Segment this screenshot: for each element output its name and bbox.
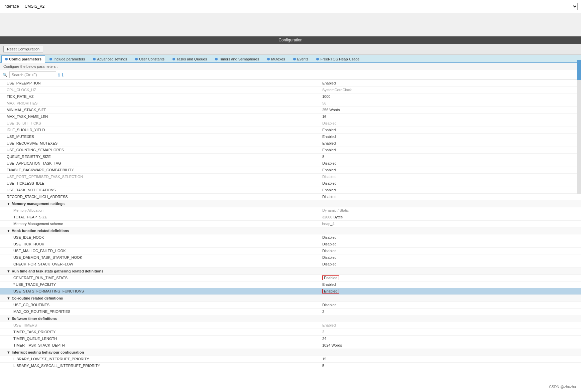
param-value-cell: 32000 Bytes xyxy=(320,214,581,220)
config-header: Configuration xyxy=(0,36,581,44)
table-row[interactable]: Memory Management schemeheap_4 xyxy=(0,220,581,227)
param-value-cell: Disabled xyxy=(320,180,581,187)
param-value-cell: 2 xyxy=(320,329,581,335)
table-row[interactable]: LIBRARY_MAX_SYSCALL_INTERRUPT_PRIORITY5 xyxy=(0,362,581,369)
tab-freertos-heap[interactable]: FreeRTOS Heap Usage xyxy=(313,55,363,62)
table-row[interactable]: USE_MUTEXESEnabled xyxy=(0,133,581,140)
table-row[interactable]: TICK_RATE_HZ1000 xyxy=(0,93,581,100)
search-input[interactable] xyxy=(9,71,56,78)
param-value-cell: Disabled xyxy=(320,173,581,180)
table-row[interactable]: LIBRARY_LOWEST_INTERRUPT_PRIORITY15 xyxy=(0,356,581,362)
param-value-cell: Enabled xyxy=(320,80,581,86)
tab-include-parameters[interactable]: Include parameters xyxy=(46,55,89,62)
param-value-cell: 2 xyxy=(320,308,581,315)
param-value-cell: Disabled xyxy=(320,247,581,254)
table-row[interactable]: * USE_TRACE_FACILITYEnabled xyxy=(0,281,581,288)
table-row[interactable]: USE_CO_ROUTINESDisabled xyxy=(0,302,581,308)
tab-mutexes[interactable]: Mutexes xyxy=(263,55,289,62)
param-name-cell: USE_TIMERS xyxy=(0,322,320,329)
table-row[interactable]: USE_IDLE_HOOKDisabled xyxy=(0,234,581,241)
search-bar: 🔍 ℹ ℹ ℹ xyxy=(0,70,581,80)
table-row[interactable]: IDLE_SHOULD_YIELDEnabled xyxy=(0,127,581,133)
table-row[interactable]: ▼Software timer definitions xyxy=(0,315,581,322)
param-value-cell: SystemCoreClock xyxy=(320,86,581,93)
table-row[interactable]: MAX_CO_ROUTINE_PRIORITIES2 xyxy=(0,308,581,315)
param-value-cell: heap_4 xyxy=(320,220,581,227)
tab-dot xyxy=(49,58,52,60)
tab-config-parameters[interactable]: Config parameters xyxy=(1,55,45,63)
table-row[interactable]: Memory AllocationDynamic / Static xyxy=(0,207,581,214)
info-icon-1[interactable]: ℹ xyxy=(58,72,60,77)
table-row[interactable]: TIMER_QUEUE_LENGTH24 xyxy=(0,335,581,342)
table-row[interactable]: USE_PREEMPTIONEnabled xyxy=(0,80,581,86)
tab-dot xyxy=(93,58,96,60)
param-name-cell: USE_TICK_HOOK xyxy=(0,241,320,247)
table-row[interactable]: USE_RECURSIVE_MUTEXESEnabled xyxy=(0,140,581,147)
param-name-cell: LIBRARY_MAX_SYSCALL_INTERRUPT_PRIORITY xyxy=(0,362,320,369)
table-row[interactable]: USE_TASK_NOTIFICATIONSEnabled xyxy=(0,187,581,193)
reset-config-button[interactable]: Reset Configuration xyxy=(3,46,43,52)
table-row[interactable]: TIMER_TASK_PRIORITY2 xyxy=(0,329,581,335)
scrollbar-thumb[interactable] xyxy=(577,60,581,80)
tab-events[interactable]: Events xyxy=(289,55,312,62)
scrollbar[interactable] xyxy=(577,60,581,194)
table-row[interactable]: USE_STATS_FORMATTING_FUNCTIONSEnabled xyxy=(0,288,581,295)
table-row[interactable]: USE_TICKLESS_IDLEDisabled xyxy=(0,180,581,187)
table-row[interactable]: CPU_CLOCK_HZSystemCoreClock xyxy=(0,86,581,93)
param-name-cell: USE_COUNTING_SEMAPHORES xyxy=(0,147,320,153)
table-row[interactable]: USE_16_BIT_TICKSDisabled xyxy=(0,120,581,127)
param-name-cell: USE_MALLOC_FAILED_HOOK xyxy=(0,247,320,254)
param-value-cell: Enabled xyxy=(320,167,581,173)
top-bar: Interface CMSIS_V2 CMSIS_V1 xyxy=(0,0,581,13)
table-row[interactable]: ▼Co-routine related definitions xyxy=(0,295,581,302)
table-row[interactable]: TOTAL_HEAP_SIZE32000 Bytes xyxy=(0,214,581,220)
param-value-cell: Enabled xyxy=(320,288,581,295)
table-row[interactable]: USE_PORT_OPTIMISED_TASK_SELECTIONDisable… xyxy=(0,173,581,180)
tab-timers-and-semaphores[interactable]: Timers and Semaphores xyxy=(211,55,263,62)
param-value-cell: 1000 xyxy=(320,93,581,100)
param-value-cell: Dynamic / Static xyxy=(320,207,581,214)
param-value-cell: Disabled xyxy=(320,193,581,200)
table-row[interactable]: ▼Memory management settings xyxy=(0,200,581,207)
param-value-cell: 5 xyxy=(320,362,581,369)
table-row[interactable]: USE_MALLOC_FAILED_HOOKDisabled xyxy=(0,247,581,254)
table-row[interactable]: ▼Interrupt nesting behaviour configurati… xyxy=(0,349,581,356)
value-box: Enabled xyxy=(322,289,339,293)
table-row[interactable]: ▼Hook function related definitions xyxy=(0,227,581,234)
param-value-cell: Enabled xyxy=(320,140,581,147)
table-row[interactable]: QUEUE_REGISTRY_SIZE8 xyxy=(0,153,581,160)
table-row[interactable]: ENABLE_BACKWARD_COMPATIBILITYEnabled xyxy=(0,167,581,173)
tab-user-constants[interactable]: User Constants xyxy=(131,55,168,62)
table-row[interactable]: USE_DAEMON_TASK_STARTUP_HOOKDisabled xyxy=(0,254,581,261)
table-row[interactable]: RECORD_STACK_HIGH_ADDRESSDisabled xyxy=(0,193,581,200)
param-value-cell: Enabled xyxy=(320,147,581,153)
param-value-cell: 256 Words xyxy=(320,107,581,113)
param-value-cell: Disabled xyxy=(320,241,581,247)
table-row[interactable]: ▼Run time and task stats gathering relat… xyxy=(0,267,581,274)
table-row[interactable]: CHECK_FOR_STACK_OVERFLOWDisabled xyxy=(0,261,581,267)
info-icon-2[interactable]: ℹ xyxy=(62,72,64,77)
table-row[interactable]: MINIMAL_STACK_SIZE256 Words xyxy=(0,107,581,113)
tab-tasks-and-queues[interactable]: Tasks and Queues xyxy=(169,55,211,62)
table-row[interactable]: MAX_PRIORITIES56 xyxy=(0,100,581,107)
section-header-cell: ▼Hook function related definitions xyxy=(0,227,581,234)
table-row[interactable]: USE_TIMERSEnabled xyxy=(0,322,581,329)
param-name-cell: USE_TASK_NOTIFICATIONS xyxy=(0,187,320,193)
interface-select[interactable]: CMSIS_V2 CMSIS_V1 xyxy=(22,3,578,10)
table-row[interactable]: TIMER_TASK_STACK_DEPTH1024 Words xyxy=(0,342,581,349)
param-name-cell: USE_MUTEXES xyxy=(0,133,320,140)
param-value-cell: 56 xyxy=(320,100,581,107)
param-name-cell: * USE_TRACE_FACILITY xyxy=(0,281,320,288)
param-value-cell: 8 xyxy=(320,153,581,160)
param-value-cell: Enabled xyxy=(320,281,581,288)
tab-dot xyxy=(293,58,296,60)
param-table: USE_PREEMPTIONEnabledCPU_CLOCK_HZSystemC… xyxy=(0,80,581,369)
table-row[interactable]: USE_COUNTING_SEMAPHORESEnabled xyxy=(0,147,581,153)
table-row[interactable]: GENERATE_RUN_TIME_STATSEnabled xyxy=(0,274,581,281)
tab-advanced-settings[interactable]: Advanced settings xyxy=(89,55,131,62)
table-row[interactable]: USE_APPLICATION_TASK_TAGDisabled xyxy=(0,160,581,167)
table-row[interactable]: USE_TICK_HOOKDisabled xyxy=(0,241,581,247)
tab-dot xyxy=(316,58,319,60)
table-row[interactable]: MAX_TASK_NAME_LEN16 xyxy=(0,113,581,120)
search-magnifier-icon: 🔍 xyxy=(3,73,7,77)
